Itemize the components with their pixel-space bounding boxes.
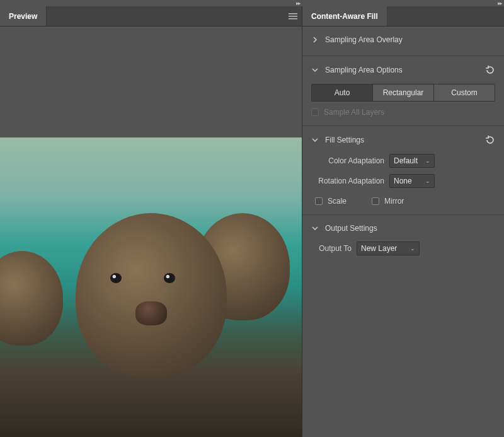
- collapse-icon[interactable]: ▸▸: [296, 1, 300, 6]
- chevron-down-icon: [311, 224, 319, 232]
- section-title: Output Settings: [325, 224, 377, 233]
- section-title: Fill Settings: [325, 136, 364, 144]
- sampling-mode-segmented: Auto Rectangular Custom: [311, 84, 495, 102]
- color-adaptation-select[interactable]: Default ⌄: [389, 154, 435, 168]
- sampling-mode-auto[interactable]: Auto: [312, 84, 372, 101]
- scale-checkbox[interactable]: [315, 197, 323, 205]
- select-value: None: [394, 177, 412, 185]
- scale-label: Scale: [328, 197, 346, 206]
- preview-image[interactable]: [0, 137, 302, 437]
- sample-all-layers-checkbox: [311, 108, 319, 116]
- chevron-down-icon: [311, 66, 319, 74]
- section-header[interactable]: Fill Settings: [311, 132, 495, 148]
- chevron-right-icon: [311, 36, 319, 44]
- preview-pane: Preview: [0, 6, 302, 437]
- mirror-label: Mirror: [384, 197, 404, 206]
- collapse-icon[interactable]: ▸▸: [498, 1, 501, 6]
- output-to-select[interactable]: New Layer ⌄: [357, 242, 420, 255]
- section-output-settings: Output Settings Output To New Layer ⌄: [302, 215, 504, 264]
- section-title: Sampling Area Overlay: [325, 35, 403, 44]
- chevron-down-icon: ⌄: [425, 178, 430, 184]
- section-title: Sampling Area Options: [325, 66, 403, 74]
- chevron-down-icon: ⌄: [410, 245, 415, 252]
- tab-label: Preview: [9, 12, 37, 21]
- select-value: Default: [394, 156, 418, 165]
- tab-content-aware-fill[interactable]: Content-Aware Fill: [302, 6, 387, 26]
- chevron-down-icon: ⌄: [425, 158, 430, 164]
- preview-body: [0, 26, 302, 437]
- section-header[interactable]: Sampling Area Overlay: [311, 33, 495, 47]
- section-sampling-options: Sampling Area Options Auto Rectangular C…: [302, 56, 504, 126]
- select-value: New Layer: [361, 244, 397, 253]
- mirror-checkbox[interactable]: [372, 197, 379, 205]
- reset-icon[interactable]: [485, 65, 495, 75]
- menu-icon: [289, 13, 297, 20]
- section-fill-settings: Fill Settings Color Adaptation Default ⌄…: [302, 126, 504, 215]
- panel-menu-button[interactable]: [284, 6, 302, 26]
- caf-tabbar: Content-Aware Fill: [302, 6, 504, 26]
- section-sampling-overlay: Sampling Area Overlay: [302, 26, 504, 56]
- preview-tabbar: Preview: [0, 6, 302, 26]
- content-aware-fill-pane: Content-Aware Fill Sampling Area Overlay: [302, 6, 504, 437]
- tab-label: Content-Aware Fill: [311, 12, 378, 21]
- rotation-adaptation-label: Rotation Adaptation: [311, 177, 384, 185]
- reset-icon[interactable]: [485, 135, 495, 145]
- rotation-adaptation-select[interactable]: None ⌄: [389, 174, 435, 188]
- sampling-mode-rectangular[interactable]: Rectangular: [372, 84, 433, 101]
- section-header[interactable]: Output Settings: [311, 221, 495, 235]
- sampling-mode-custom[interactable]: Custom: [433, 84, 495, 101]
- color-adaptation-label: Color Adaptation: [311, 156, 384, 165]
- chevron-down-icon: [311, 136, 319, 144]
- section-header[interactable]: Sampling Area Options: [311, 62, 495, 78]
- output-to-label: Output To: [311, 244, 352, 253]
- sample-all-layers-label: Sample All Layers: [324, 108, 384, 117]
- tab-preview[interactable]: Preview: [0, 6, 47, 26]
